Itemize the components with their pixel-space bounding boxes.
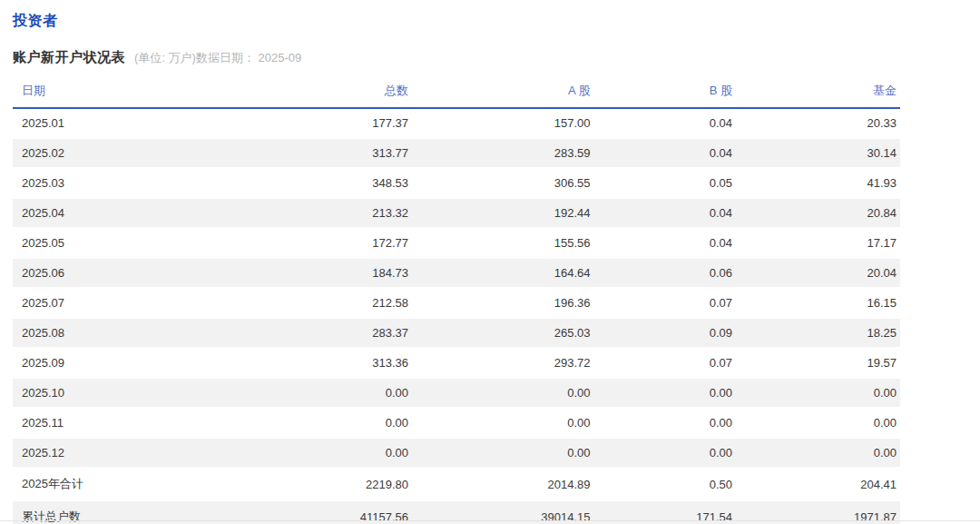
value-cell: 0.07 [594, 348, 736, 378]
value-cell: 0.09 [594, 318, 736, 348]
value-cell: 313.77 [279, 138, 412, 168]
bottom-divider [0, 520, 980, 521]
value-cell: 0.07 [594, 288, 736, 318]
table-row: 2025.02313.77283.590.0430.14 [13, 138, 900, 168]
table-header: 账户新开户状况表 (单位: 万户)数据日期： 2025-09 [13, 49, 967, 66]
account-openings-table: 日期总数A 股B 股基金 2025.01177.37157.000.0420.3… [13, 81, 900, 524]
row-label-cell: 2025.04 [13, 198, 279, 228]
table-body: 2025.01177.37157.000.0420.332025.02313.7… [13, 108, 900, 524]
row-label-cell: 2025.09 [13, 348, 279, 378]
value-cell: 0.05 [594, 168, 736, 198]
value-cell: 0.00 [736, 378, 900, 408]
table-row: 2025.03348.53306.550.0541.93 [13, 168, 900, 198]
row-label-cell: 2025.05 [13, 228, 279, 258]
value-cell: 20.04 [736, 258, 900, 288]
value-cell: 306.55 [412, 168, 593, 198]
table-row: 2025.100.000.000.000.00 [13, 378, 900, 408]
value-cell: 204.41 [736, 468, 900, 500]
value-cell: 16.15 [736, 288, 900, 318]
value-cell: 0.00 [594, 408, 736, 438]
column-header-3: B 股 [594, 81, 736, 108]
column-header-1: 总数 [279, 81, 412, 108]
value-cell: 157.00 [412, 108, 593, 138]
value-cell: 41.93 [736, 168, 900, 198]
table-row: 2025.04213.32192.440.0420.84 [13, 198, 900, 228]
value-cell: 172.77 [279, 228, 412, 258]
row-label-cell: 2025.08 [13, 318, 279, 348]
value-cell: 313.36 [279, 348, 412, 378]
row-label-cell: 2025.11 [13, 408, 279, 438]
row-label-cell: 2025.06 [13, 258, 279, 288]
value-cell: 0.50 [594, 468, 736, 500]
value-cell: 0.00 [736, 408, 900, 438]
value-cell: 164.64 [412, 258, 593, 288]
table-row: 2025年合计2219.802014.890.50204.41 [13, 468, 900, 500]
table-row: 2025.07212.58196.360.0716.15 [13, 288, 900, 318]
value-cell: 18.25 [736, 318, 900, 348]
row-label-cell: 2025.10 [13, 378, 279, 408]
value-cell: 0.00 [412, 378, 593, 408]
value-cell: 265.03 [412, 318, 593, 348]
value-cell: 0.00 [736, 438, 900, 468]
column-header-2: A 股 [412, 81, 593, 108]
value-cell: 2219.80 [279, 468, 412, 500]
value-cell: 283.59 [412, 138, 593, 168]
value-cell: 19.57 [736, 348, 900, 378]
value-cell: 0.00 [279, 408, 412, 438]
value-cell: 0.00 [412, 408, 593, 438]
value-cell: 0.00 [279, 438, 412, 468]
table-meta: (单位: 万户)数据日期： 2025-09 [134, 50, 301, 66]
table-title: 账户新开户状况表 [13, 49, 125, 66]
value-cell: 17.17 [736, 228, 900, 258]
value-cell: 0.06 [594, 258, 736, 288]
row-label-cell: 2025.07 [13, 288, 279, 318]
value-cell: 0.00 [594, 378, 736, 408]
page-title: 投资者 [13, 12, 967, 31]
row-label-cell: 2025.01 [13, 108, 279, 138]
row-label-cell: 2025年合计 [13, 468, 279, 500]
value-cell: 0.04 [594, 138, 736, 168]
value-cell: 20.33 [736, 108, 900, 138]
value-cell: 283.37 [279, 318, 412, 348]
value-cell: 293.72 [412, 348, 593, 378]
value-cell: 213.32 [279, 198, 412, 228]
value-cell: 192.44 [412, 198, 593, 228]
table-row: 2025.110.000.000.000.00 [13, 408, 900, 438]
value-cell: 0.00 [594, 438, 736, 468]
investor-page: 投资者 账户新开户状况表 (单位: 万户)数据日期： 2025-09 日期总数A… [0, 0, 980, 524]
table-row: 2025.120.000.000.000.00 [13, 438, 900, 468]
value-cell: 348.53 [279, 168, 412, 198]
value-cell: 20.84 [736, 198, 900, 228]
row-label-cell: 2025.02 [13, 138, 279, 168]
table-row: 2025.05172.77155.560.0417.17 [13, 228, 900, 258]
table-row: 2025.01177.37157.000.0420.33 [13, 108, 900, 138]
value-cell: 0.04 [594, 228, 736, 258]
row-label-cell: 2025.12 [13, 438, 279, 468]
value-cell: 0.04 [594, 198, 736, 228]
value-cell: 0.00 [279, 378, 412, 408]
value-cell: 196.36 [412, 288, 593, 318]
table-row: 2025.08283.37265.030.0918.25 [13, 318, 900, 348]
value-cell: 30.14 [736, 138, 900, 168]
table-row: 2025.06184.73164.640.0620.04 [13, 258, 900, 288]
value-cell: 155.56 [412, 228, 593, 258]
column-header-0: 日期 [13, 81, 279, 108]
table-header-row: 日期总数A 股B 股基金 [13, 81, 900, 108]
row-label-cell: 2025.03 [13, 168, 279, 198]
value-cell: 212.58 [279, 288, 412, 318]
value-cell: 177.37 [279, 108, 412, 138]
value-cell: 0.00 [412, 438, 593, 468]
value-cell: 2014.89 [412, 468, 593, 500]
value-cell: 0.04 [594, 108, 736, 138]
table-row: 2025.09313.36293.720.0719.57 [13, 348, 900, 378]
column-header-4: 基金 [736, 81, 900, 108]
value-cell: 184.73 [279, 258, 412, 288]
table-head: 日期总数A 股B 股基金 [13, 81, 900, 108]
